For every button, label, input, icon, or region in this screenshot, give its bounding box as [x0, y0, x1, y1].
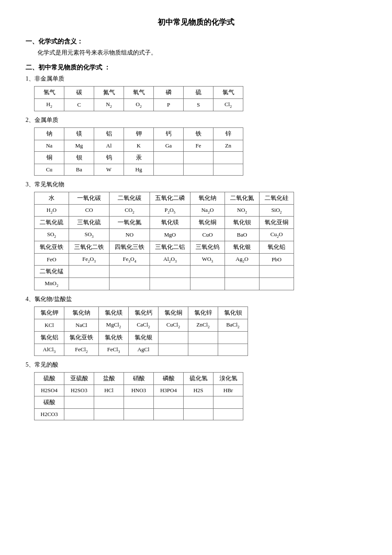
acid-formula-6: H2S: [184, 385, 213, 396]
sub3-title: 3、常见氧化物: [26, 181, 366, 188]
chloride-formula-4: CaCl2: [129, 319, 159, 331]
oxide-empty-7: [69, 278, 110, 290]
acid-name-5: 磷酸: [154, 373, 184, 385]
nonmetal-formula-4: O2: [124, 99, 154, 111]
oxide-formula-11: MgO: [150, 229, 190, 241]
metal-name-11: 汞: [124, 151, 154, 164]
oxide-empty-9: [150, 278, 190, 290]
metal-formula-10: W: [94, 164, 124, 175]
chloride-formula-10: FeCl3: [99, 344, 129, 356]
oxide-empty-1: [69, 266, 110, 278]
oxide-empty-8: [110, 278, 150, 290]
acid-formula-7: HBr: [213, 385, 243, 396]
nonmetal-formula-7: Cl2: [213, 99, 243, 111]
acid-empty-7: [64, 409, 94, 420]
metal-formula-9: Ba: [64, 164, 94, 175]
oxide-formula-1: H2O: [35, 204, 69, 217]
oxide-formula-4: P2O5: [150, 204, 190, 217]
oxide-name-22: 二氧化锰: [35, 266, 69, 278]
oxide-name-8: 二氧化硫: [35, 217, 69, 229]
oxide-table: 水 一氧化碳 二氧化碳 五氧化二磷 氧化钠 二氧化氮 二氧化硅 H2O CO C…: [34, 192, 294, 290]
oxide-name-4: 五氧化二磷: [150, 192, 190, 204]
nonmetal-formula-6: S: [184, 99, 213, 111]
acid-name-2: 亚硫酸: [64, 373, 94, 385]
chloride-name-9: 氯化亚铁: [64, 331, 99, 344]
oxide-formula-22: MnO2: [35, 278, 69, 290]
acid-empty-4: [154, 396, 184, 409]
chloride-formula-9: FeCl2: [64, 344, 99, 356]
nonmetal-name-7: 氯气: [213, 87, 243, 99]
chloride-formula-11: AgCl: [129, 344, 159, 356]
nonmetal-name-5: 磷: [154, 87, 184, 99]
metal-formula-7: Zn: [213, 140, 243, 151]
oxide-name-2: 一氧化碳: [69, 192, 110, 204]
acid-table: 硫酸 亚硫酸 盐酸 硝酸 磷酸 硫化氢 溴化氢 H2SO4 H2SO3 HCl …: [34, 372, 243, 420]
oxide-formula-2: CO: [69, 204, 110, 217]
acid-empty-10: [154, 409, 184, 420]
section1-content: 化学式是用元素符号来表示物质组成的式子。: [37, 49, 366, 57]
acid-empty-1: [64, 396, 94, 409]
oxide-formula-5: Na2O: [190, 204, 225, 217]
acid-empty-5: [184, 396, 213, 409]
sub2-title: 2、金属单质: [26, 116, 366, 124]
oxide-name-11: 氧化镁: [150, 217, 190, 229]
chloride-formula-7: BaCl2: [218, 319, 248, 331]
oxide-formula-12: CuO: [190, 229, 225, 241]
nonmetal-name-6: 硫: [184, 87, 213, 99]
chloride-formula-6: ZnCl2: [188, 319, 218, 331]
oxide-formula-14: Cu2O: [259, 229, 294, 241]
metal-name-10: 钨: [94, 151, 124, 164]
acid-empty-3: [124, 396, 154, 409]
metal-formula-6: Fe: [184, 140, 213, 151]
oxide-empty-6: [259, 266, 294, 278]
oxide-name-1: 水: [35, 192, 69, 204]
section1-title: 一、化学式的含义：: [26, 38, 366, 46]
oxide-name-7: 二氧化硅: [259, 192, 294, 204]
acid-empty-2: [94, 396, 124, 409]
acid-formula-1: H2SO4: [35, 385, 64, 396]
metal-name-6: 铁: [184, 127, 213, 140]
oxide-formula-15: FeO: [35, 253, 69, 266]
oxide-formula-18: Al2O3: [150, 253, 190, 266]
page-title: 初中常见物质的化学式: [26, 17, 366, 27]
chloride-empty-4: [159, 344, 188, 356]
oxide-formula-19: WO3: [190, 253, 225, 266]
acid-empty-6: [213, 396, 243, 409]
acid-formula-4: HNO3: [124, 385, 154, 396]
nonmetal-formula-5: P: [154, 99, 184, 111]
chloride-name-7: 氯化钡: [218, 306, 248, 319]
metal-name-4: 钾: [124, 127, 154, 140]
oxide-formula-13: BaO: [225, 229, 259, 241]
oxide-formula-20: Ag2O: [225, 253, 259, 266]
oxide-name-16: 三氧化二铁: [69, 241, 110, 253]
oxide-empty-3: [150, 266, 190, 278]
acid-name-6: 硫化氢: [184, 373, 213, 385]
sub1-title: 1、非金属单质: [26, 75, 366, 83]
oxide-empty-12: [259, 278, 294, 290]
section2-title: 二、初中常见物质的化学式 ：: [26, 64, 366, 72]
oxide-name-15: 氧化亚铁: [35, 241, 69, 253]
acid-empty-9: [124, 409, 154, 420]
chloride-empty-1: [159, 331, 188, 344]
oxide-name-9: 三氧化硫: [69, 217, 110, 229]
chloride-formula-3: MgCl2: [99, 319, 129, 331]
oxide-name-19: 三氧化钨: [190, 241, 225, 253]
chloride-name-5: 氯化铜: [159, 306, 188, 319]
metal-name-2: 镁: [64, 127, 94, 140]
metal-empty-3: [213, 151, 243, 164]
oxide-name-12: 氧化铜: [190, 217, 225, 229]
oxide-name-13: 氧化钡: [225, 217, 259, 229]
metal-empty-2: [184, 151, 213, 164]
nonmetal-formula-1: H2: [35, 99, 64, 111]
metal-empty-4: [154, 164, 184, 175]
acid-name-1: 硫酸: [35, 373, 64, 385]
acid-name-4: 硝酸: [124, 373, 154, 385]
chloride-name-2: 氯化钠: [64, 306, 99, 319]
acid-name-8: 碳酸: [35, 396, 64, 409]
metal-table: 钠 镁 铝 钾 钙 铁 锌 Na Mg Al K Ga Fe Zn 铜 钡 钨 …: [34, 127, 243, 176]
nonmetal-name-4: 氧气: [124, 87, 154, 99]
oxide-formula-10: NO: [110, 229, 150, 241]
nonmetal-name-2: 碳: [64, 87, 94, 99]
chloride-empty-5: [188, 344, 218, 356]
acid-formula-8: H2CO3: [35, 409, 64, 420]
